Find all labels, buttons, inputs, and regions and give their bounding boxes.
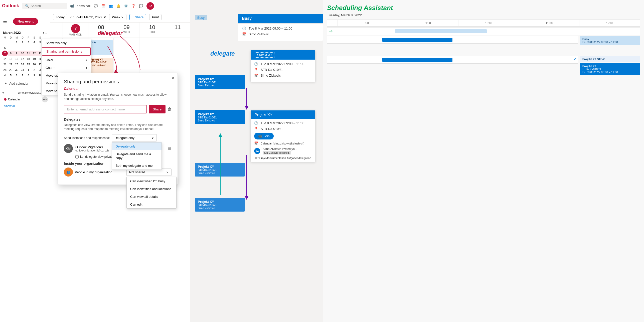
cal-cell[interactable]: 16: [14, 56, 20, 62]
cal-cell[interactable]: 9: [31, 73, 37, 78]
cal-cell[interactable]: 6: [14, 73, 20, 78]
cal-cell[interactable]: 6: [2, 45, 8, 51]
context-charm[interactable]: Charm ›: [42, 64, 91, 72]
teams-call-btn[interactable]: 📹 Teams call: [70, 4, 90, 8]
cal-cell[interactable]: 30: [14, 67, 20, 73]
mini-cal-nav[interactable]: ↑ ↓: [43, 31, 47, 35]
proj-xy-small-card-1[interactable]: Projekt XY STB-Da-010/Zl. Simo Zivkovic: [195, 75, 245, 89]
chat-icon[interactable]: 💬: [94, 4, 98, 8]
cal-cell[interactable]: [31, 45, 37, 51]
delegate-delete-button[interactable]: 🗑: [168, 146, 172, 151]
down-icon[interactable]: ↓: [45, 31, 47, 35]
delete-button[interactable]: 🗑: [168, 105, 172, 113]
cal-cell[interactable]: 2: [31, 67, 37, 73]
cal-cell[interactable]: 22: [8, 62, 14, 67]
cal-cell[interactable]: 12: [31, 51, 37, 56]
cal-cell[interactable]: 15: [8, 56, 14, 62]
expand-button-1[interactable]: ⤢: [310, 52, 314, 57]
cal-cell[interactable]: 31: [20, 67, 25, 73]
cal-cell[interactable]: 18: [26, 56, 31, 62]
share-action-button[interactable]: Share: [149, 105, 166, 113]
proj-xy-small-card-4[interactable]: Projekt XY STB-Da-010/Zl. Simo Zivkovic: [195, 198, 245, 212]
expand-button-2[interactable]: ⤢: [310, 112, 314, 117]
help-icon[interactable]: ❓: [131, 4, 135, 8]
cal-cell[interactable]: 10: [20, 51, 25, 56]
dialog-close-button[interactable]: ✕: [171, 76, 175, 81]
calendar-item[interactable]: Calendar •••: [0, 95, 50, 103]
delegates-heading: Delegates: [64, 117, 172, 121]
new-event-button[interactable]: New event: [13, 18, 38, 25]
cal-cell[interactable]: [14, 45, 20, 51]
context-sharing-permissions[interactable]: Sharing and permissions: [42, 47, 91, 56]
join-button-1[interactable]: 📹 Join: [254, 133, 274, 139]
search-input[interactable]: [31, 4, 64, 8]
cal-cell[interactable]: 24: [20, 62, 25, 67]
week-view-dropdown[interactable]: Week ∨: [109, 14, 126, 20]
cal-cell-today[interactable]: 7: [2, 51, 8, 56]
cal-cell[interactable]: 8: [26, 73, 31, 78]
cal-cell[interactable]: [26, 45, 31, 51]
bell-icon[interactable]: 🔔: [116, 4, 120, 8]
people-icon[interactable]: 👥: [109, 4, 113, 8]
cal-cell[interactable]: 21: [2, 62, 8, 67]
context-show-only[interactable]: Show this only: [42, 39, 91, 47]
cal-cell[interactable]: 4: [31, 40, 37, 45]
cal-cell[interactable]: 1: [26, 67, 31, 73]
share-button[interactable]: ↑ Share: [129, 14, 146, 20]
cal-cell[interactable]: 5: [8, 73, 14, 78]
cal-cell[interactable]: 1: [14, 40, 20, 45]
print-button[interactable]: Print: [149, 14, 162, 20]
collapse-icon[interactable]: ∨: [2, 91, 4, 94]
today-button[interactable]: Today: [53, 14, 67, 20]
timeline-bar-3: [382, 58, 452, 62]
cal-cell[interactable]: 29: [8, 67, 14, 73]
cal-cell[interactable]: 28: [2, 67, 8, 73]
search-bar[interactable]: 🔍: [22, 3, 67, 9]
cal-cell[interactable]: 3: [26, 40, 31, 45]
cal-cell[interactable]: [20, 45, 25, 51]
org-option-titles[interactable]: Can view titles and locations: [127, 185, 176, 193]
cal-cell[interactable]: [8, 45, 14, 51]
cal-cell[interactable]: 9: [14, 51, 20, 56]
clock-icon: 🕐: [254, 121, 258, 125]
feedback-icon[interactable]: 💭: [139, 4, 143, 8]
cal-cell[interactable]: 2: [20, 40, 25, 45]
cal-cell[interactable]: 19: [31, 56, 37, 62]
day-name-thu: Thu: [140, 31, 164, 34]
delegate-option-copy[interactable]: Delegate and send me a copy: [112, 150, 162, 162]
proj-xy-small-card-3[interactable]: Projekt XY STB-Da-010/Zl. Simo Zivkovic: [195, 163, 245, 177]
delegate-private-checkbox[interactable]: [75, 155, 79, 158]
org-option-busy[interactable]: Can view when I'm busy: [127, 177, 176, 185]
delegate-dropdown[interactable]: Delegate only ∨: [112, 134, 157, 141]
busy-event-block[interactable]: Busy: [89, 40, 113, 55]
settings-icon[interactable]: ⚙️: [124, 4, 128, 8]
calendar-icon-header[interactable]: 📅: [101, 4, 105, 8]
cal-cell[interactable]: 7: [20, 73, 25, 78]
prev-week-button[interactable]: ‹: [70, 15, 72, 20]
context-color[interactable]: Color ›: [42, 56, 91, 64]
cal-cell[interactable]: 26: [31, 62, 37, 67]
up-icon[interactable]: ↑: [43, 31, 44, 35]
next-week-button[interactable]: ›: [73, 15, 74, 20]
hamburger-icon[interactable]: ☰: [3, 19, 7, 24]
email-input[interactable]: [64, 105, 147, 113]
card2-organizer: Simo Zivkovic: [198, 119, 242, 122]
org-option-details[interactable]: Can view all details: [127, 193, 176, 201]
cal-cell[interactable]: 23: [14, 62, 20, 67]
user-avatar[interactable]: SZ: [146, 2, 154, 10]
cal-cell[interactable]: [8, 40, 14, 45]
delegate-option-both[interactable]: Both my delegate and me: [112, 162, 162, 170]
delegate-option-only[interactable]: Delegate only: [112, 142, 162, 150]
show-all-link[interactable]: Show all: [0, 103, 50, 109]
cal-cell[interactable]: 14: [2, 56, 8, 62]
cal-cell[interactable]: 17: [20, 56, 25, 62]
cal-cell[interactable]: 11: [26, 51, 31, 56]
calendar-options-btn[interactable]: •••: [42, 96, 48, 102]
chevron-down-icon[interactable]: ∨: [104, 15, 106, 19]
proj-xy-small-card-2[interactable]: Projekt XY STB-Da-010/Zl. Simo Zivkovic: [195, 110, 245, 124]
cal-cell[interactable]: [2, 40, 8, 45]
org-option-edit[interactable]: Can edit: [127, 201, 176, 208]
cal-cell[interactable]: 8: [8, 51, 14, 56]
cal-cell[interactable]: 25: [26, 62, 31, 67]
cal-cell[interactable]: 4: [2, 73, 8, 78]
